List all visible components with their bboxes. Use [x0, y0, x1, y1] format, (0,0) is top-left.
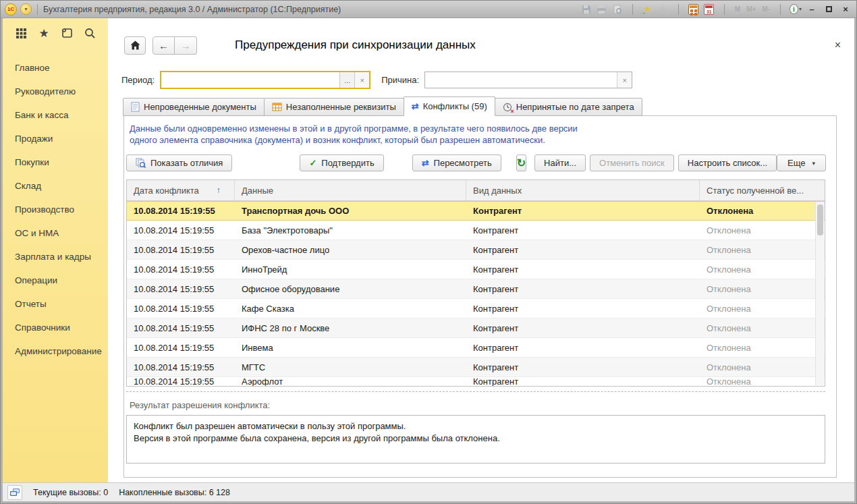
table-row[interactable]: 10.08.2014 15:19:55АэрофлотКонтрагентОтк…: [127, 377, 825, 386]
server-calls-button[interactable]: [7, 485, 22, 500]
splitter[interactable]: [126, 391, 825, 392]
main-menu-button[interactable]: ▾: [20, 3, 32, 15]
sidebar-item[interactable]: Склад: [3, 174, 108, 198]
history-icon[interactable]: [59, 26, 74, 40]
save-icon: [580, 3, 592, 16]
table-row[interactable]: 10.08.2014 15:19:55ИнноТрейдКонтрагентОт…: [127, 260, 825, 279]
column-header-date[interactable]: Дата конфликта ↑: [127, 180, 235, 200]
cell-date: 10.08.2014 15:19:55: [127, 377, 235, 386]
sidebar-item[interactable]: Операции: [3, 269, 108, 292]
monitors-icon: [9, 488, 20, 497]
sidebar-item[interactable]: Покупки: [3, 150, 108, 174]
period-clear-button[interactable]: ×: [354, 72, 369, 88]
search-icon[interactable]: [82, 26, 97, 40]
info-button[interactable]: i ▾: [790, 3, 802, 16]
print-preview-icon: [611, 3, 624, 16]
find-button[interactable]: Найти...: [534, 155, 586, 171]
table-row[interactable]: 10.08.2014 15:19:55МГТСКонтрагентОтклоне…: [127, 358, 825, 377]
close-form-button[interactable]: ×: [835, 40, 841, 51]
favorites-icon: ★: [657, 3, 669, 16]
table-row[interactable]: 10.08.2014 15:19:55ИФНС 28 по г МосквеКо…: [127, 318, 825, 338]
sidebar-item[interactable]: Зарплата и кадры: [3, 245, 108, 269]
app-window: 1С ▾ Бухгалтерия предприятия, редакция 3…: [0, 0, 857, 504]
reason-input[interactable]: [425, 72, 617, 88]
sidebar-item[interactable]: Справочники: [3, 316, 108, 339]
conflict-table: Дата конфликта ↑ Данные Вид данных Стату…: [126, 179, 825, 387]
cell-status: Отклонена: [700, 279, 825, 298]
confirm-button[interactable]: ✓ Подтвердить: [300, 155, 383, 171]
scrollbar-thumb[interactable]: [817, 204, 823, 235]
table-row[interactable]: 10.08.2014 15:19:55ИнвемаКонтрагентОткло…: [127, 338, 825, 358]
forward-button[interactable]: →: [175, 36, 197, 55]
back-button[interactable]: ←: [153, 36, 175, 55]
memory-m-button: М: [734, 3, 742, 16]
minimize-button[interactable]: –: [805, 4, 819, 14]
add-favorite-icon[interactable]: ★ →: [642, 3, 654, 16]
review-button[interactable]: ⇄ Пересмотреть: [412, 155, 501, 171]
sidebar-item[interactable]: Производство: [3, 198, 108, 221]
table-row[interactable]: 10.08.2014 15:19:55Кафе СказкаКонтрагент…: [127, 299, 825, 318]
sidebar-item[interactable]: Банк и касса: [3, 103, 108, 127]
cell-date: 10.08.2014 15:19:55: [127, 318, 235, 337]
sidebar-item[interactable]: Руководителю: [3, 80, 108, 103]
sidebar-item[interactable]: Главное: [3, 56, 108, 80]
close-window-button[interactable]: ×: [839, 4, 852, 14]
memory-m-plus-button: М+: [745, 3, 757, 16]
favorites-star-icon[interactable]: ★: [36, 26, 51, 40]
cell-date: 10.08.2014 15:19:55: [127, 260, 235, 279]
configure-list-button[interactable]: Настроить список...: [678, 155, 777, 171]
period-picker-button[interactable]: ...: [339, 72, 354, 88]
cell-data: Аэрофлот: [235, 377, 466, 386]
sidebar-item[interactable]: Администрирование: [3, 339, 108, 363]
column-header-data[interactable]: Данные: [235, 180, 466, 200]
toolbar: Показать отличия ✓ Подтвердить ⇄ Пересмо…: [126, 155, 825, 171]
column-header-status[interactable]: Статус полученной ве...: [700, 180, 825, 200]
tab-unposted-documents[interactable]: Непроведенные документы: [123, 98, 265, 116]
calculator-icon[interactable]: [688, 3, 700, 16]
table-row[interactable]: 10.08.2014 15:19:55База "Электротовары"К…: [127, 221, 825, 240]
tab-unfilled-attributes[interactable]: Незаполненные реквизиты: [264, 98, 404, 116]
divider: [632, 4, 633, 15]
sidebar-item[interactable]: Продажи: [3, 127, 108, 150]
period-label: Период:: [121, 75, 155, 85]
period-input[interactable]: [161, 72, 339, 88]
show-differences-button[interactable]: Показать отличия: [126, 155, 232, 171]
conflicts-panel: Данные были одновременно изменены в этой…: [123, 115, 837, 478]
chevron-down-icon: ▾: [812, 160, 816, 167]
home-button[interactable]: [124, 36, 146, 55]
cell-status: Отклонена: [700, 221, 825, 240]
divider: [780, 4, 781, 15]
tab-conflicts[interactable]: ⇄ Конфликты (59): [404, 96, 495, 116]
cell-status: Отклонена: [700, 338, 825, 357]
total-calls-text: Накопленные вызовы: 6 128: [119, 488, 230, 497]
current-calls-text: Текущие вызовы: 0: [33, 488, 108, 497]
tab-label: Незаполненные реквизиты: [286, 102, 396, 112]
more-button[interactable]: Еще ▾: [777, 155, 826, 171]
divider: [37, 4, 38, 15]
table-row[interactable]: 10.08.2014 15:19:55Транспортная дочь ООО…: [127, 201, 825, 221]
cell-data: ИнноТрейд: [235, 260, 466, 279]
chevron-down-icon: ▾: [799, 6, 802, 12]
sections-grid-icon[interactable]: [13, 26, 28, 40]
cell-data: Инвема: [235, 338, 466, 357]
calendar-icon[interactable]: 31: [703, 3, 715, 16]
app-logo-icon: 1С: [5, 3, 17, 16]
tab-strip: Непроведенные документы Незаполненные ре…: [123, 96, 854, 116]
cell-date: 10.08.2014 15:19:55: [127, 202, 235, 220]
reason-clear-button[interactable]: ×: [617, 72, 632, 88]
maximize-button[interactable]: [822, 4, 835, 14]
cell-status: Отклонена: [700, 260, 825, 279]
table-row[interactable]: 10.08.2014 15:19:55Офисное оборудованиеК…: [127, 279, 825, 299]
statusbar: Текущие вызовы: 0 Накопленные вызовы: 6 …: [3, 482, 854, 501]
check-icon: ✓: [309, 158, 316, 168]
table-scrollbar[interactable]: [815, 202, 824, 385]
sidebar-item[interactable]: ОС и НМА: [3, 221, 108, 245]
sidebar-item[interactable]: Отчеты: [3, 292, 108, 316]
column-header-kind[interactable]: Вид данных: [466, 180, 700, 200]
green-arrow-icon: →: [640, 8, 646, 16]
tab-rejected-by-date[interactable]: × Непринятые по дате запрета: [495, 98, 642, 116]
refresh-button[interactable]: ↻: [516, 155, 526, 171]
table-row[interactable]: 10.08.2014 15:19:55Орехов-частное лицоКо…: [127, 240, 825, 260]
result-text: Конфликт был разрешен автоматически в по…: [126, 415, 825, 464]
cell-data: ИФНС 28 по г Москве: [235, 318, 466, 337]
